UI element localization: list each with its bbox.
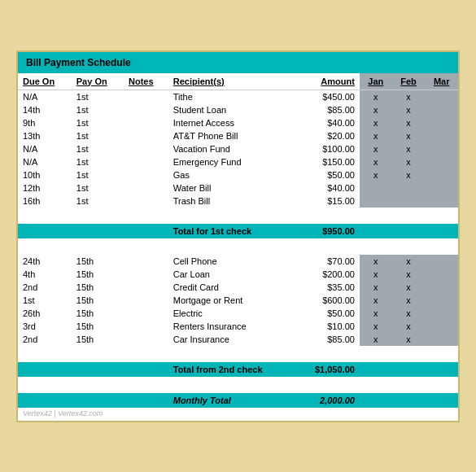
header-due-on: Due On (18, 73, 72, 90)
header-amount: Amount (295, 73, 359, 90)
table-row: N/A1stEmergency Fund$150.00xx (18, 155, 458, 168)
table-row: 16th1stTrash Bill$15.00 (18, 194, 458, 208)
table-row: 3rd15thRenters Insurance$10.00xx (18, 320, 458, 333)
spacer-row (18, 208, 458, 224)
header-jan: Jan (360, 73, 392, 90)
first-check-total-row: Total for 1st check $950.00 (18, 224, 458, 238)
header-recipients: Recipient(s) (168, 73, 296, 90)
header-mar: Mar (425, 73, 458, 90)
table-row: 2nd15thCar Insurance$85.00xx (18, 333, 458, 346)
spacer-row (18, 238, 458, 255)
spacer-row (18, 377, 458, 393)
second-check-total-row: Total from 2nd check $1,050.00 (18, 362, 458, 377)
table-row: N/A1stTithe$450.00xx (18, 90, 458, 103)
bill-payment-table: Due On Pay On Notes Recipient(s) Amount … (18, 73, 458, 408)
table-row: 26th15thElectric$50.00xx (18, 307, 458, 320)
table-row: 14th1stStudent Loan$85.00xx (18, 103, 458, 116)
table-row: 10th1stGas$50.00xx (18, 168, 458, 181)
header-feb: Feb (392, 73, 426, 90)
table-row: 12th1stWater Bill$40.00 (18, 181, 458, 194)
table-row: 13th1stAT&T Phone Bill$20.00xx (18, 129, 458, 142)
table-row: 2nd15thCredit Card$35.00xx (18, 281, 458, 294)
table-row: 9th1stInternet Access$40.00xx (18, 116, 458, 129)
title-bar: Bill Payment Schedule (18, 52, 458, 73)
spreadsheet-container: Bill Payment Schedule Due On Pay On Note… (16, 50, 460, 422)
header-notes: Notes (124, 73, 168, 90)
watermark: Vertex42 | Vertex42.com (18, 408, 458, 421)
table-row: 1st15thMortgage or Rent$600.00xx (18, 294, 458, 307)
spacer-row (18, 346, 458, 362)
header-pay-on: Pay On (72, 73, 124, 90)
table-row: 24th15thCell Phone$70.00xx (18, 255, 458, 268)
table-row: N/A1stVacation Fund$100.00xx (18, 142, 458, 155)
spreadsheet-title: Bill Payment Schedule (26, 57, 131, 68)
table-row: 4th15thCar Loan$200.00xx (18, 268, 458, 281)
monthly-total-row: Monthly Total 2,000.00 (18, 393, 458, 408)
